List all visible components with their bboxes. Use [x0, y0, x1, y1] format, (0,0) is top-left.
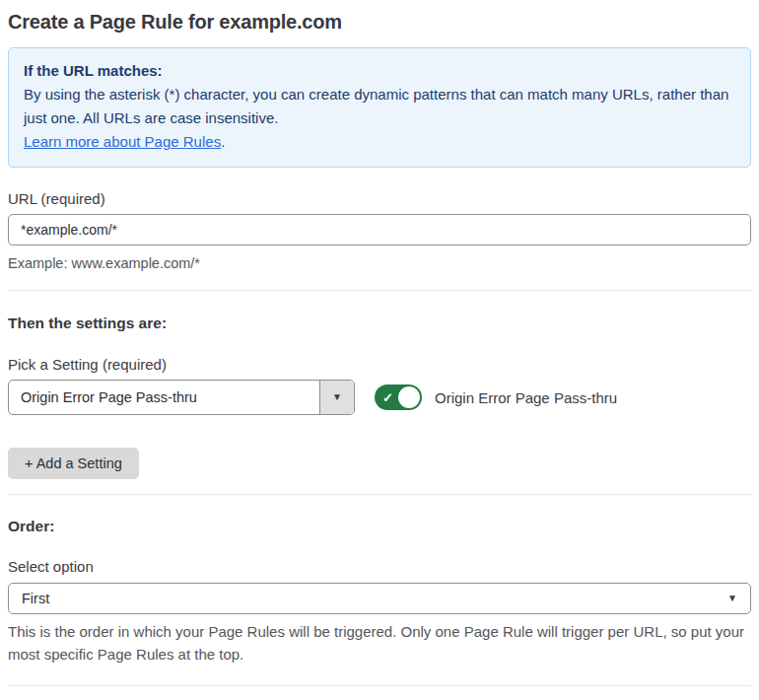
chevron-down-icon: ▼	[727, 594, 737, 603]
url-match-info-box: If the URL matches: By using the asteris…	[8, 47, 751, 168]
section-divider	[8, 290, 751, 291]
url-label: URL (required)	[8, 190, 751, 207]
info-box-heading: If the URL matches:	[24, 59, 735, 83]
add-setting-button[interactable]: + Add a Setting	[8, 448, 139, 479]
pick-setting-label: Pick a Setting (required)	[8, 356, 751, 373]
page-rule-form: Create a Page Rule for example.com If th…	[0, 0, 759, 700]
setting-toggle-label: Origin Error Page Pass-thru	[435, 389, 617, 406]
settings-section-heading: Then the settings are:	[8, 315, 751, 332]
setting-dropdown-value: Origin Error Page Pass-thru	[9, 381, 319, 414]
url-field: URL (required) Example: www.example.com/…	[8, 190, 751, 274]
section-divider	[8, 494, 751, 495]
setting-dropdown-arrow-button[interactable]: ▼	[319, 381, 354, 414]
link-suffix: .	[221, 133, 225, 150]
order-select-label: Select option	[8, 558, 751, 575]
setting-row: Origin Error Page Pass-thru ▼ ✓ Origin E…	[8, 380, 751, 415]
learn-more-link[interactable]: Learn more about Page Rules	[24, 133, 221, 150]
setting-dropdown[interactable]: Origin Error Page Pass-thru ▼	[8, 380, 355, 415]
info-link-row: Learn more about Page Rules.	[24, 130, 735, 154]
footer-divider	[8, 685, 751, 686]
order-helper-text: This is the order in which your Page Rul…	[8, 620, 751, 665]
setting-toggle[interactable]: ✓	[375, 385, 422, 410]
check-icon: ✓	[382, 390, 393, 405]
order-section-heading: Order:	[8, 518, 751, 535]
url-helper-text: Example: www.example.com/*	[8, 252, 751, 274]
chevron-down-icon: ▼	[332, 392, 342, 402]
order-select-value: First	[22, 591, 49, 606]
order-select[interactable]: First ▼	[8, 583, 751, 614]
info-box-body: By using the asterisk (*) character, you…	[24, 83, 735, 130]
url-input[interactable]	[8, 214, 751, 245]
toggle-knob	[398, 386, 420, 408]
page-title: Create a Page Rule for example.com	[8, 10, 751, 34]
